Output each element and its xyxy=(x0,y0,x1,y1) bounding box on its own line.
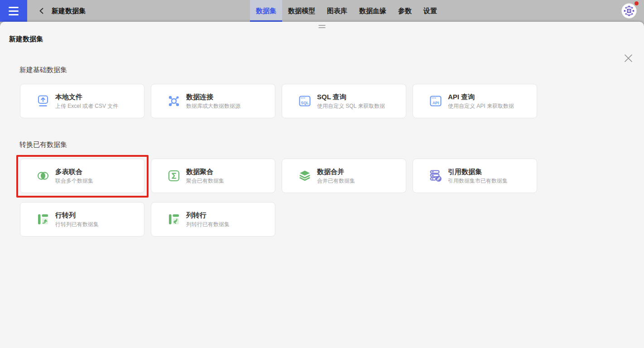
rows-to-columns-icon xyxy=(36,213,50,226)
tab-4[interactable]: 数据血缘 xyxy=(353,0,392,22)
tab-2[interactable]: 数据模型 xyxy=(282,0,321,22)
card-text: API 查询使用自定义 API 来获取数据 xyxy=(448,93,514,109)
card-title: 列转行 xyxy=(186,211,230,219)
card-subtitle: 使用自定义 SQL 来获取数据 xyxy=(317,103,385,109)
avatar[interactable] xyxy=(621,3,637,19)
close-icon xyxy=(624,54,633,63)
card-title: API 查询 xyxy=(448,93,514,101)
card-network-nodes[interactable]: 数据连接数据库或大数据数据源 xyxy=(151,84,275,118)
card-subtitle: 上传 Excel 或者 CSV 文件 xyxy=(55,103,118,109)
network-nodes-icon xyxy=(167,94,181,108)
card-grid: 多表联合联合多个数据集 数据聚合聚合已有数据集 数据合并合并已有数据集 引用数据… xyxy=(20,159,545,237)
notification-dot xyxy=(634,1,639,5)
layers-icon xyxy=(298,169,312,183)
card-text: 列转行列转行已有数据集 xyxy=(186,211,230,227)
card-text: 引用数据集引用数据集市已有数据集 xyxy=(448,168,508,184)
card-upload-file[interactable]: 本地文件上传 Excel 或者 CSV 文件 xyxy=(20,84,144,118)
card-title: 数据连接 xyxy=(186,93,240,101)
card-grid: 本地文件上传 Excel 或者 CSV 文件 数据连接数据库或大数据数据源 SQ… xyxy=(20,84,545,118)
section-label: 转换已有数据集 xyxy=(19,140,644,149)
card-datamart-link[interactable]: 引用数据集引用数据集市已有数据集 xyxy=(413,159,537,193)
card-title: 数据合并 xyxy=(317,168,355,175)
card-subtitle: 行转列已有数据集 xyxy=(55,222,99,227)
venn-union-icon xyxy=(36,169,50,183)
svg-text:API: API xyxy=(433,101,439,105)
api-window-icon: API xyxy=(429,94,442,108)
card-subtitle: 列转行已有数据集 xyxy=(186,222,230,227)
tab-5[interactable]: 参数 xyxy=(392,0,418,22)
section-label: 新建基础数据集 xyxy=(19,66,644,74)
page-title: 新建数据集 xyxy=(52,7,86,15)
card-title: SQL 查询 xyxy=(317,93,385,101)
card-subtitle: 合并已有数据集 xyxy=(317,178,355,184)
card-title: 行转列 xyxy=(55,211,99,219)
sql-window-icon: SQL xyxy=(298,94,312,108)
hamburger-menu-button[interactable] xyxy=(0,0,27,22)
card-layers[interactable]: 数据合并合并已有数据集 xyxy=(282,159,406,193)
back-button[interactable] xyxy=(37,6,46,15)
card-text: 数据聚合聚合已有数据集 xyxy=(186,168,224,184)
card-subtitle: 引用数据集市已有数据集 xyxy=(448,178,508,184)
card-title: 数据聚合 xyxy=(186,168,224,175)
columns-to-rows-icon xyxy=(167,213,181,226)
card-text: 数据连接数据库或大数据数据源 xyxy=(186,93,240,109)
avatar-area xyxy=(621,3,637,19)
card-sql-window[interactable]: SQLSQL 查询使用自定义 SQL 来获取数据 xyxy=(282,84,406,118)
avatar-pattern-icon xyxy=(623,5,635,17)
nav-tabs: 数据集数据模型图表库数据血缘参数设置 xyxy=(250,0,443,22)
drag-handle-icon[interactable] xyxy=(319,25,326,28)
card-text: SQL 查询使用自定义 SQL 来获取数据 xyxy=(317,93,385,109)
chevron-left-icon xyxy=(38,7,45,14)
tab-1-active[interactable]: 数据集 xyxy=(250,0,282,22)
card-subtitle: 聚合已有数据集 xyxy=(186,178,224,184)
card-text: 本地文件上传 Excel 或者 CSV 文件 xyxy=(55,93,118,109)
card-text: 行转列行转列已有数据集 xyxy=(55,211,99,227)
upload-file-icon xyxy=(36,94,50,108)
card-subtitle: 使用自定义 API 来获取数据 xyxy=(448,103,514,109)
datamart-link-icon xyxy=(429,169,442,183)
card-subtitle: 联合多个数据集 xyxy=(55,178,93,184)
card-subtitle: 数据库或大数据数据源 xyxy=(186,103,240,109)
modal-title: 新建数据集 xyxy=(9,35,644,44)
card-columns-to-rows[interactable]: 列转行列转行已有数据集 xyxy=(151,202,275,237)
card-sigma[interactable]: 数据聚合聚合已有数据集 xyxy=(151,159,275,193)
sigma-icon xyxy=(167,169,181,183)
new-dataset-modal: 新建数据集 新建基础数据集 本地文件上传 Excel 或者 CSV 文件 数据连… xyxy=(0,22,644,348)
card-api-window[interactable]: APIAPI 查询使用自定义 API 来获取数据 xyxy=(413,84,537,118)
card-text: 多表联合联合多个数据集 xyxy=(55,168,93,184)
tab-6[interactable]: 设置 xyxy=(418,0,443,22)
card-title: 引用数据集 xyxy=(448,168,508,175)
card-text: 数据合并合并已有数据集 xyxy=(317,168,355,184)
close-button[interactable] xyxy=(622,52,634,64)
tab-3[interactable]: 图表库 xyxy=(321,0,353,22)
card-title: 多表联合 xyxy=(55,168,93,175)
topbar: 新建数据集 数据集数据模型图表库数据血缘参数设置 xyxy=(0,0,644,22)
card-rows-to-columns[interactable]: 行转列行转列已有数据集 xyxy=(20,202,144,237)
card-venn-union[interactable]: 多表联合联合多个数据集 xyxy=(20,159,144,193)
card-title: 本地文件 xyxy=(55,93,118,101)
svg-text:SQL: SQL xyxy=(301,101,308,105)
hamburger-icon xyxy=(9,7,19,8)
